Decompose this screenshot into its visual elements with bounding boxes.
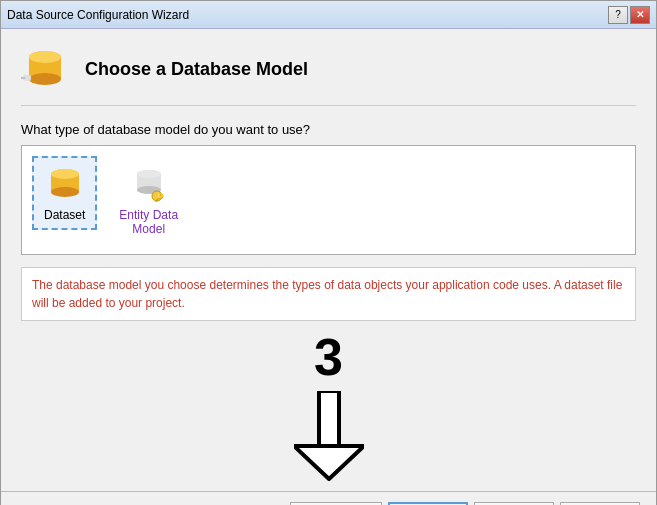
dataset-icon xyxy=(45,164,85,204)
main-content: Choose a Database Model What type of dat… xyxy=(1,29,656,491)
database-icon xyxy=(21,45,69,93)
question-label: What type of database model do you want … xyxy=(21,122,636,137)
dataset-label: Dataset xyxy=(44,208,85,222)
annotation-number: 3 xyxy=(314,331,343,383)
bottom-bar: < Previous Next > Finish Cancel xyxy=(1,491,656,505)
svg-rect-5 xyxy=(21,77,25,79)
center-area: 3 xyxy=(21,331,636,481)
svg-rect-16 xyxy=(319,391,339,446)
title-bar: Data Source Configuration Wizard ? ✕ xyxy=(1,1,656,29)
down-arrow-icon xyxy=(294,391,364,481)
close-button[interactable]: ✕ xyxy=(630,6,650,24)
svg-point-3 xyxy=(29,51,61,63)
model-item-dataset[interactable]: Dataset xyxy=(32,156,97,230)
svg-point-13 xyxy=(137,170,161,178)
svg-point-9 xyxy=(51,169,79,179)
model-item-entity[interactable]: 🔑 Entity DataModel xyxy=(107,156,190,244)
svg-point-8 xyxy=(51,187,79,197)
title-bar-controls: ? ✕ xyxy=(608,6,650,24)
model-selection-box: Dataset 🔑 Entity DataModel xyxy=(21,145,636,255)
svg-point-2 xyxy=(29,73,61,85)
help-button[interactable]: ? xyxy=(608,6,628,24)
wizard-window: Data Source Configuration Wizard ? ✕ Cho… xyxy=(0,0,657,505)
svg-marker-17 xyxy=(294,446,364,479)
svg-text:🔑: 🔑 xyxy=(154,192,164,202)
header-section: Choose a Database Model xyxy=(21,45,636,106)
title-bar-text: Data Source Configuration Wizard xyxy=(7,8,189,22)
header-title: Choose a Database Model xyxy=(85,59,308,80)
entity-label: Entity DataModel xyxy=(119,208,178,236)
entity-icon: 🔑 xyxy=(129,164,169,204)
description-box: The database model you choose determines… xyxy=(21,267,636,321)
